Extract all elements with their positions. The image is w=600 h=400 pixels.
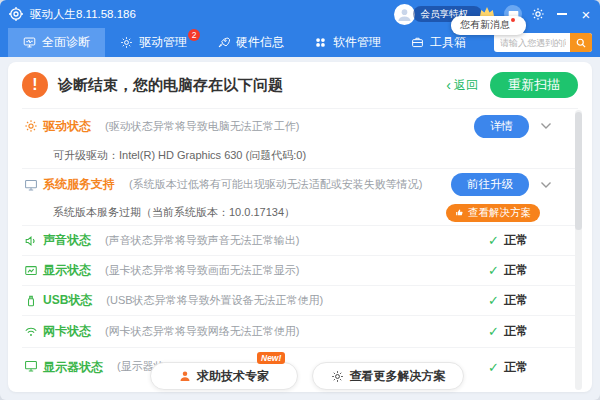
tab-label: 硬件信息 bbox=[236, 34, 284, 51]
new-badge: New! bbox=[257, 352, 285, 364]
diagnosis-result-card: ! 诊断结束，您的电脑存在以下问题 ‹返回 重新扫描 驱动状态 (驱动状态异常将… bbox=[8, 62, 592, 392]
check-icon: ✓ bbox=[488, 293, 499, 308]
check-icon: ✓ bbox=[488, 360, 499, 375]
row-sound-status: 声音状态 (声音状态异常将导致声音无法正常输出) ✓ 正常 bbox=[8, 226, 592, 255]
monitor-icon bbox=[24, 359, 38, 373]
close-button[interactable]: × bbox=[578, 6, 594, 22]
search-input[interactable] bbox=[494, 38, 570, 48]
tab-label: 工具箱 bbox=[430, 34, 466, 51]
upgradable-driver-text: 可升级驱动：Intel(R) HD Graphics 630 (问题代码:0) bbox=[53, 148, 306, 163]
monitor-icon bbox=[24, 178, 38, 192]
speaker-icon bbox=[24, 234, 38, 248]
warning-icon: ! bbox=[22, 72, 48, 98]
system-version-text: 系统版本服务过期（当前系统版本：10.0.17134） bbox=[53, 205, 295, 220]
status-normal: ✓ 正常 bbox=[488, 262, 576, 279]
driver-gear-icon bbox=[120, 36, 133, 49]
tab-software-management[interactable]: 软件管理 bbox=[299, 28, 396, 57]
system-version-detail: 系统版本服务过期（当前系统版本：10.0.17134） 查看解决方案 bbox=[8, 200, 592, 225]
window-title: 驱动人生8.11.58.186 bbox=[30, 7, 136, 22]
back-label: 返回 bbox=[454, 77, 478, 94]
new-message-tooltip[interactable]: 您有新消息 bbox=[451, 16, 526, 35]
row-name: 显示器状态 bbox=[43, 359, 103, 376]
more-solutions-button[interactable]: 查看更多解决方案 bbox=[312, 362, 464, 390]
driver-count-badge: 2 bbox=[188, 29, 200, 41]
solution-label: 查看解决方案 bbox=[468, 206, 531, 220]
status-normal: ✓ 正常 bbox=[488, 232, 576, 249]
driver-upgrade-detail: 可升级驱动：Intel(R) HD Graphics 630 (问题代码:0) bbox=[8, 143, 592, 168]
software-clover-icon bbox=[314, 36, 327, 49]
details-button[interactable]: 详情 bbox=[474, 115, 529, 138]
result-header: ! 诊断结束，您的电脑存在以下问题 ‹返回 重新扫描 bbox=[8, 62, 592, 108]
scrollbar[interactable] bbox=[575, 110, 582, 390]
go-upgrade-button[interactable]: 前往升级 bbox=[451, 173, 529, 196]
search-box bbox=[494, 33, 592, 52]
tab-label: 驱动管理 bbox=[139, 34, 187, 51]
minimize-button[interactable] bbox=[554, 6, 570, 22]
chevron-left-icon: ‹ bbox=[446, 78, 451, 92]
row-desc: (显卡状态异常将导致画面无法正常显示) bbox=[105, 263, 299, 278]
status-normal: ✓ 正常 bbox=[488, 359, 576, 376]
status-normal: ✓ 正常 bbox=[488, 292, 576, 309]
scrollbar-thumb[interactable] bbox=[575, 112, 582, 230]
check-icon: ✓ bbox=[488, 233, 499, 248]
search-button[interactable] bbox=[570, 33, 592, 52]
row-desc: (网卡状态异常将导致网络无法正常使用) bbox=[105, 324, 299, 339]
row-desc: (USB状态异常将导致外置设备无法正常使用) bbox=[106, 293, 323, 308]
row-display-status: 显示状态 (显卡状态异常将导致画面无法正常显示) ✓ 正常 bbox=[8, 256, 592, 285]
app-window: 驱动人生8.11.58.186 会员享特权 bbox=[0, 0, 600, 400]
tooltip-text: 您有新消息 bbox=[460, 19, 510, 30]
row-name: 驱动状态 bbox=[43, 118, 91, 135]
tab-full-diagnosis[interactable]: 全面诊断 bbox=[8, 28, 105, 57]
help-expert-label: 求助技术专家 bbox=[197, 368, 269, 385]
display-icon bbox=[24, 264, 38, 278]
page-title: 诊断结束，您的电脑存在以下问题 bbox=[58, 76, 283, 95]
status-label: 正常 bbox=[504, 292, 528, 309]
thumb-icon bbox=[455, 208, 464, 217]
gear-sun-icon bbox=[331, 370, 344, 383]
row-name: 显示状态 bbox=[43, 262, 91, 279]
gear-icon bbox=[24, 119, 38, 133]
chevron-down-icon[interactable] bbox=[540, 122, 552, 130]
rescan-button[interactable]: 重新扫描 bbox=[490, 72, 578, 98]
row-desc: (驱动状态异常将导致电脑无法正常工作) bbox=[105, 119, 299, 134]
row-name: 声音状态 bbox=[43, 232, 91, 249]
tab-hardware-info[interactable]: 硬件信息 bbox=[202, 28, 299, 57]
tab-label: 软件管理 bbox=[333, 34, 381, 51]
check-icon: ✓ bbox=[488, 324, 499, 339]
avatar[interactable] bbox=[394, 4, 415, 25]
rocket-icon bbox=[217, 36, 230, 49]
row-desc: (声音状态异常将导致声音无法正常输出) bbox=[105, 233, 299, 248]
wifi-icon bbox=[24, 325, 38, 339]
status-label: 正常 bbox=[504, 359, 528, 376]
row-system-service: 系统服务支持 (系统版本过低将有可能出现驱动无法适配或安装失败等情况) 前往升级 bbox=[8, 169, 592, 200]
view-solution-button[interactable]: 查看解决方案 bbox=[446, 204, 540, 222]
row-name: 网卡状态 bbox=[43, 323, 91, 340]
usb-icon bbox=[24, 294, 38, 308]
row-name: 系统服务支持 bbox=[43, 176, 115, 193]
more-solutions-label: 查看更多解决方案 bbox=[350, 368, 446, 385]
check-icon: ✓ bbox=[488, 263, 499, 278]
person-icon bbox=[179, 370, 191, 382]
diagnosis-monitor-icon bbox=[23, 36, 36, 49]
status-label: 正常 bbox=[504, 262, 528, 279]
row-monitor-status: 显示器状态 (显示器状 ✓ 正常 bbox=[8, 348, 592, 392]
status-normal: ✓ 正常 bbox=[488, 323, 576, 340]
tab-label: 全面诊断 bbox=[42, 34, 90, 51]
row-name: USB状态 bbox=[43, 292, 92, 309]
status-label: 正常 bbox=[504, 323, 528, 340]
toolbox-briefcase-icon bbox=[411, 36, 424, 49]
row-driver-status: 驱动状态 (驱动状态异常将导致电脑无法正常工作) 详情 bbox=[8, 109, 592, 143]
status-label: 正常 bbox=[504, 232, 528, 249]
row-usb-status: USB状态 (USB状态异常将导致外置设备无法正常使用) ✓ 正常 bbox=[8, 286, 592, 315]
tab-driver-management[interactable]: 驱动管理 2 bbox=[105, 28, 202, 57]
row-network-status: 网卡状态 (网卡状态异常将导致网络无法正常使用) ✓ 正常 bbox=[8, 316, 592, 347]
app-logo-icon bbox=[8, 6, 24, 22]
help-expert-button[interactable]: 求助技术专家 bbox=[150, 362, 298, 390]
settings-gear-icon[interactable] bbox=[530, 6, 546, 22]
chevron-down-icon[interactable] bbox=[540, 181, 552, 189]
notification-dot bbox=[511, 18, 515, 22]
back-link[interactable]: ‹返回 bbox=[446, 77, 478, 94]
row-desc: (系统版本过低将有可能出现驱动无法适配或安装失败等情况) bbox=[129, 177, 422, 192]
